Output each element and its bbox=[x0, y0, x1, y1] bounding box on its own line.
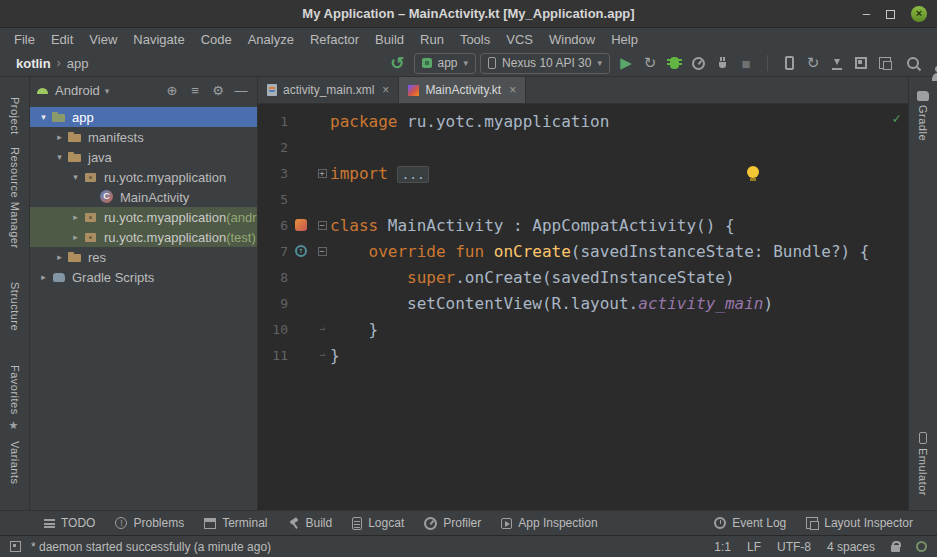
device-manager-icon[interactable] bbox=[777, 52, 801, 74]
gear-icon[interactable]: ⚙ bbox=[209, 83, 227, 98]
tool-window-button-build[interactable]: Build bbox=[278, 511, 343, 535]
tool-button-structure[interactable]: Structure bbox=[9, 282, 21, 331]
file-encoding[interactable]: UTF-8 bbox=[777, 540, 811, 554]
tree-item-mainactivity[interactable]: MainActivity bbox=[30, 187, 257, 207]
tree-item-ru-yotc-myapplication[interactable]: ▸ru.yotc.myapplication (test) bbox=[30, 227, 257, 247]
breadcrumb-root[interactable]: kotlin bbox=[16, 56, 51, 71]
tool-window-button-event-log[interactable]: Event Log bbox=[704, 516, 796, 530]
run-icon[interactable]: ▶ bbox=[614, 52, 638, 74]
tree-item-label: ru.yotc.myapplication bbox=[104, 170, 226, 185]
chevron-right-icon[interactable]: ▸ bbox=[52, 132, 67, 142]
attach-debugger-icon[interactable] bbox=[710, 52, 734, 74]
gradle-sync-icon[interactable]: ↺ bbox=[386, 52, 410, 74]
tab-close-icon[interactable]: × bbox=[509, 83, 516, 97]
profiler-icon[interactable] bbox=[686, 52, 710, 74]
application-window: My Application – MainActivity.kt [My_App… bbox=[0, 0, 937, 557]
menu-item-edit[interactable]: Edit bbox=[43, 30, 81, 49]
fold-collapse-icon[interactable]: − bbox=[318, 221, 327, 230]
tool-button-resource-manager[interactable]: Resource Manager bbox=[9, 147, 21, 249]
collapse-all-icon[interactable]: ≡ bbox=[186, 83, 204, 98]
chevron-right-icon[interactable]: ▸ bbox=[68, 232, 83, 242]
line-ending[interactable]: LF bbox=[747, 540, 761, 554]
indent-setting[interactable]: 4 spaces bbox=[827, 540, 875, 554]
menu-item-tools[interactable]: Tools bbox=[452, 30, 498, 49]
tool-window-button-app-inspection[interactable]: App Inspection bbox=[491, 511, 607, 535]
tree-item-res[interactable]: ▸res bbox=[30, 247, 257, 267]
code-line: 6−class MainActivity : AppCompatActivity… bbox=[258, 212, 908, 238]
tool-button-emulator[interactable]: Emulator bbox=[917, 432, 929, 496]
layout-inspector-tool-icon[interactable] bbox=[873, 52, 897, 74]
tab-close-icon[interactable]: × bbox=[382, 83, 389, 97]
tree-item-app[interactable]: ▾app bbox=[30, 107, 257, 127]
device-dropdown[interactable]: Nexus 10 API 30 ▾ bbox=[480, 53, 610, 74]
menu-item-window[interactable]: Window bbox=[541, 30, 603, 49]
stop-icon[interactable]: ■ bbox=[734, 52, 758, 74]
menu-item-analyze[interactable]: Analyze bbox=[240, 30, 302, 49]
menu-item-navigate[interactable]: Navigate bbox=[125, 30, 192, 49]
menu-item-view[interactable]: View bbox=[81, 30, 125, 49]
apply-changes-icon[interactable]: ↻ bbox=[638, 52, 662, 74]
fold-end-icon[interactable]: ⌐ bbox=[319, 350, 325, 361]
search-icon[interactable] bbox=[901, 52, 925, 74]
chevron-right-icon[interactable]: ▸ bbox=[52, 252, 67, 262]
tree-item-java[interactable]: ▾java bbox=[30, 147, 257, 167]
tool-button-gradle[interactable]: Gradle bbox=[917, 91, 929, 141]
chevron-down-icon[interactable]: ▾ bbox=[36, 112, 51, 122]
highlighting-indicator-icon[interactable] bbox=[916, 541, 927, 552]
editor-tab-mainactivity-kt[interactable]: MainActivity.kt× bbox=[399, 77, 526, 103]
close-icon[interactable]: × bbox=[911, 6, 927, 22]
breadcrumb-current[interactable]: app bbox=[67, 56, 89, 71]
app-config-icon bbox=[422, 58, 432, 68]
menu-item-run[interactable]: Run bbox=[412, 30, 452, 49]
menu-item-build[interactable]: Build bbox=[367, 30, 412, 49]
menu-item-code[interactable]: Code bbox=[193, 30, 240, 49]
chevron-right-icon[interactable]: ▸ bbox=[36, 272, 51, 282]
tool-window-button-layout-inspector[interactable]: Layout Inspector bbox=[796, 516, 923, 530]
menu-item-help[interactable]: Help bbox=[603, 30, 646, 49]
tool-window-button-problems[interactable]: !Problems bbox=[105, 511, 194, 535]
debug-icon[interactable] bbox=[662, 52, 686, 74]
tool-window-button-logcat[interactable]: Logcat bbox=[342, 511, 414, 535]
fold-collapse-icon[interactable]: − bbox=[318, 247, 327, 256]
tree-item-ru-yotc-myapplication[interactable]: ▸ru.yotc.myapplication (androidTest) bbox=[30, 207, 257, 227]
device-explorer-icon[interactable] bbox=[849, 52, 873, 74]
inspection-ok-icon[interactable]: ✓ bbox=[893, 110, 901, 126]
tool-window-switcher-icon[interactable] bbox=[10, 541, 21, 552]
lock-icon[interactable] bbox=[891, 545, 900, 552]
override-gutter-icon[interactable]: ↑ bbox=[295, 245, 307, 257]
code-editor[interactable]: ✓ 1package ru.yotc.myapplication23+impor… bbox=[258, 104, 908, 510]
tree-item-manifests[interactable]: ▸manifests bbox=[30, 127, 257, 147]
fold-expand-icon[interactable]: + bbox=[318, 169, 327, 178]
tool-button-project[interactable]: Project bbox=[9, 97, 21, 135]
chevron-down-icon[interactable]: ▾ bbox=[52, 152, 67, 162]
sync-project-icon[interactable]: ↻ bbox=[801, 52, 825, 74]
locate-file-icon[interactable]: ⊕ bbox=[163, 83, 181, 98]
hide-panel-icon[interactable]: — bbox=[232, 83, 250, 98]
folded-imports-region[interactable]: ... bbox=[397, 166, 428, 183]
chevron-down-icon[interactable]: ▾ bbox=[105, 86, 110, 96]
menu-item-refactor[interactable]: Refactor bbox=[302, 30, 367, 49]
code-line: 9 setContentView(R.layout.activity_main) bbox=[258, 290, 908, 316]
editor-tab-activity-main-xml[interactable]: activity_main.xml× bbox=[258, 77, 399, 103]
status-message[interactable]: * daemon started successfully (a minute … bbox=[31, 540, 271, 554]
tool-window-button-todo[interactable]: TODO bbox=[34, 511, 105, 535]
maximize-icon[interactable] bbox=[886, 10, 895, 19]
tool-window-button-profiler[interactable]: Profiler bbox=[414, 511, 491, 535]
tool-button-favorites[interactable]: Favorites★ bbox=[8, 365, 21, 432]
tool-window-button-terminal[interactable]: Terminal bbox=[194, 511, 277, 535]
intention-bulb-icon[interactable] bbox=[747, 166, 759, 178]
menu-item-file[interactable]: File bbox=[6, 30, 43, 49]
tree-item-ru-yotc-myapplication[interactable]: ▾ru.yotc.myapplication bbox=[30, 167, 257, 187]
sdk-manager-icon[interactable] bbox=[825, 52, 849, 74]
class-gutter-icon[interactable] bbox=[295, 219, 307, 231]
run-config-dropdown[interactable]: app ▾ bbox=[414, 53, 477, 74]
minimize-icon[interactable]: – bbox=[863, 9, 870, 19]
fold-end-icon[interactable]: ⌐ bbox=[319, 324, 325, 335]
tree-item-gradle-scripts[interactable]: ▸Gradle Scripts bbox=[30, 267, 257, 287]
tool-button-variants[interactable]: Variants bbox=[9, 441, 21, 485]
project-view-selector[interactable]: Android bbox=[55, 83, 100, 98]
menu-item-vcs[interactable]: VCS bbox=[498, 30, 541, 49]
chevron-right-icon[interactable]: ▸ bbox=[68, 212, 83, 222]
caret-position[interactable]: 1:1 bbox=[714, 540, 731, 554]
chevron-down-icon[interactable]: ▾ bbox=[68, 172, 83, 182]
